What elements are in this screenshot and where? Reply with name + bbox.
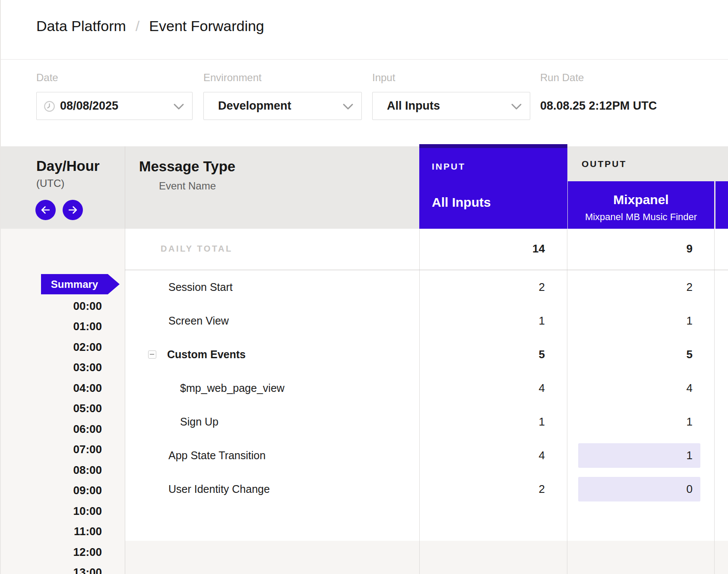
input-column-name: All Inputs [432,195,491,210]
hour-row-02[interactable]: 02:00 [0,340,102,354]
row-label: $mp_web_page_view [180,376,285,401]
input-filter-label: Input [372,72,395,84]
hour-row-04[interactable]: 04:00 [0,381,102,395]
hour-row-11[interactable]: 11:00 [0,524,102,538]
page-left-border [0,0,1,574]
summary-label: Summary [41,274,108,294]
daily-total-input-value: 14 [423,237,553,261]
row-label: Screen View [168,309,229,333]
table-row-screen-view[interactable]: Screen View 1 1 [0,309,728,333]
mixpanel-column-title: Mixpanel [568,192,714,207]
arrow-left-icon [40,205,51,215]
input-column-header[interactable]: INPUT All Inputs [419,144,567,229]
date-filter-label: Date [36,72,58,84]
event-forwarding-page: Data Platform/Event Forwarding Date 08/0… [0,0,728,574]
row-input-value: 5 [423,342,553,367]
table-row-mp-web-page-view[interactable]: $mp_web_page_view 4 4 [0,376,728,401]
row-input-value: 1 [423,410,553,434]
table-row-app-state-transition[interactable]: App State Transition 4 1 [0,443,728,468]
hour-row-09[interactable]: 09:00 [0,483,102,497]
breadcrumb-data-platform[interactable]: Data Platform [36,18,126,34]
breadcrumb-separator: / [126,18,149,34]
next-day-button[interactable] [63,200,83,220]
mixpanel-column-header[interactable]: Mixpanel Mixpanel MB Music Finder [568,181,714,229]
breadcrumb: Data Platform/Event Forwarding [36,17,264,35]
table-row-user-identity-change[interactable]: User Identity Change 2 0 [0,477,728,501]
previous-day-button[interactable] [35,200,56,220]
hour-row-06[interactable]: 06:00 [0,422,102,436]
input-section-label: INPUT [432,161,465,172]
hour-row-10[interactable]: 10:00 [0,504,102,518]
hour-row-12[interactable]: 12:00 [0,545,102,559]
input-value: All Inputs [387,92,440,120]
chevron-down-icon [173,103,184,110]
hour-row-00[interactable]: 00:00 [0,299,102,313]
mixpanel-column-subtitle: Mixpanel MB Music Finder [568,211,714,223]
row-input-value: 1 [423,309,553,333]
day-hour-column-title: Day/Hour [36,158,100,174]
day-hour-timezone: (UTC) [36,177,64,190]
row-label: Session Start [168,275,233,300]
row-output-value: 5 [578,342,700,367]
hour-row-05[interactable]: 05:00 [0,401,102,415]
row-input-value: 4 [423,443,553,468]
row-output-value: 1 [578,309,700,333]
clock-icon [44,101,55,112]
arrow-right-icon [67,205,78,215]
environment-value: Development [218,92,291,120]
row-label: User Identity Change [168,477,270,501]
row-output-value: 1 [578,410,700,434]
table-row-custom-events[interactable]: Custom Events 5 5 [0,342,728,367]
hour-row-13[interactable]: 13:00 [0,565,102,574]
row-label: App State Transition [168,443,266,468]
row-label: Sign Up [180,410,218,434]
chevron-down-icon [511,103,522,110]
environment-filter-label: Environment [203,72,262,84]
environment-dropdown[interactable]: Development [203,92,362,120]
hour-row-08[interactable]: 08:00 [0,463,102,477]
row-input-value: 2 [423,275,553,300]
row-input-value: 4 [423,376,553,401]
hour-row-07[interactable]: 07:00 [0,442,102,456]
daily-total-output-value: 9 [578,237,700,261]
message-type-column-title: Message Type [139,158,235,175]
run-date-label: Run Date [540,72,584,84]
hour-row-01[interactable]: 01:00 [0,319,102,333]
output-section-label: OUTPUT [582,159,627,169]
daily-total-label: DAILY TOTAL [161,237,233,261]
collapse-custom-events-button[interactable] [148,350,156,359]
minus-box-icon [150,354,154,355]
page-title: Event Forwarding [149,18,264,34]
row-output-value: 4 [578,376,700,401]
summary-row-flag[interactable]: Summary [41,274,120,294]
date-dropdown[interactable]: 08/08/2025 [36,92,193,120]
input-column-accent-strip [419,144,567,148]
table-footer-area [125,541,728,574]
row-output-value-highlighted: 1 [578,443,700,468]
top-bar: Data Platform/Event Forwarding [0,0,728,60]
daily-total-divider [125,270,728,270]
event-name-subtitle: Event Name [159,180,216,192]
next-output-column-header[interactable] [715,181,728,229]
row-label: Custom Events [167,342,246,367]
chevron-down-icon [342,103,354,110]
table-row-sign-up[interactable]: Sign Up 1 1 [0,410,728,434]
row-output-value-highlighted: 0 [578,477,700,501]
hour-row-03[interactable]: 03:00 [0,360,102,374]
row-output-value: 2 [578,275,700,300]
row-input-value: 2 [423,477,553,501]
run-date-value: 08.08.25 2:12PM UTC [540,92,657,120]
date-value: 08/08/2025 [60,92,118,120]
input-dropdown[interactable]: All Inputs [372,92,530,120]
